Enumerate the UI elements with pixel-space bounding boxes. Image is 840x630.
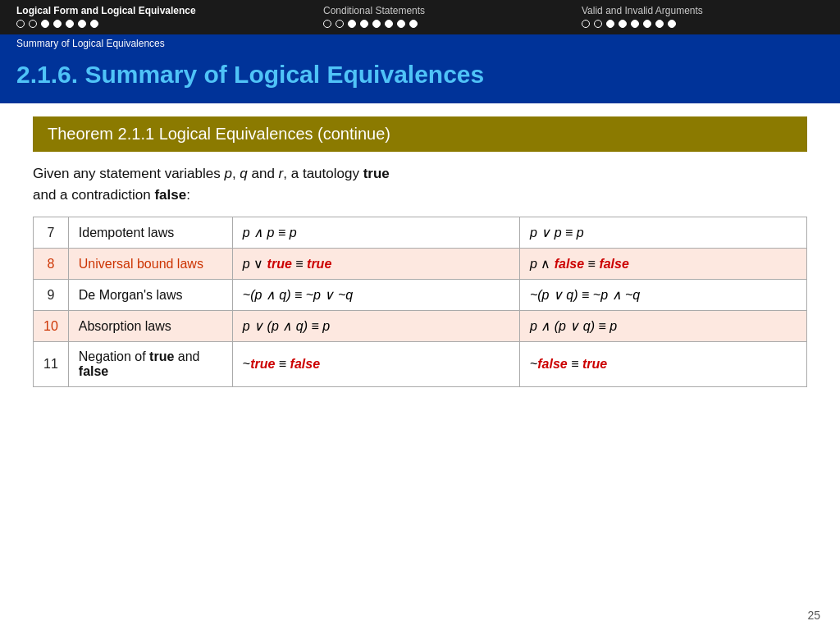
row-law-name: Universal bound laws <box>68 249 232 280</box>
equivalences-table: 7 Idempotent laws p ∧ p ≡ p p ∨ p ≡ p 8 … <box>33 217 807 387</box>
dot-v6 <box>643 20 651 28</box>
row-number: 11 <box>34 342 69 387</box>
nav-dots-valid <box>582 20 824 28</box>
nav-title-valid: Valid and Invalid Arguments <box>582 5 824 16</box>
dot-v8 <box>668 20 676 28</box>
dot-c1 <box>323 20 331 28</box>
nav-section-logical-form[interactable]: Logical Form and Logical Equivalence <box>16 5 307 28</box>
row-number: 8 <box>34 249 69 280</box>
row-law-name: Negation of true and false <box>68 342 232 387</box>
row-formula-1: p ∧ p ≡ p <box>232 217 519 249</box>
dot-c3 <box>348 20 356 28</box>
row-formula-2: ~false ≡ true <box>519 342 806 387</box>
breadcrumb-text: Summary of Logical Equivalences <box>16 38 165 49</box>
dot-v3 <box>606 20 614 28</box>
dot-6 <box>78 20 86 28</box>
nav-section-conditional[interactable]: Conditional Statements <box>323 5 565 28</box>
top-navigation-bar: Logical Form and Logical Equivalence Con… <box>0 0 840 34</box>
row-formula-2: p ∨ p ≡ p <box>519 217 806 249</box>
dot-c2 <box>336 20 344 28</box>
row-number: 10 <box>34 311 69 342</box>
table-row: 7 Idempotent laws p ∧ p ≡ p p ∨ p ≡ p <box>34 217 807 249</box>
table-row: 11 Negation of true and false ~true ≡ fa… <box>34 342 807 387</box>
dot-1 <box>16 20 25 28</box>
dot-2 <box>29 20 37 28</box>
row-formula-1: ~(p ∧ q) ≡ ~p ∨ ~q <box>232 280 519 311</box>
dot-v5 <box>631 20 639 28</box>
nav-section-valid[interactable]: Valid and Invalid Arguments <box>582 5 824 28</box>
row-number: 7 <box>34 217 69 249</box>
dot-c4 <box>360 20 368 28</box>
table-row: 8 Universal bound laws p ∨ true ≡ true p… <box>34 249 807 280</box>
content-area: Theorem 2.1.1 Logical Equivalences (cont… <box>0 103 840 395</box>
dot-7 <box>90 20 98 28</box>
row-formula-2: p ∧ (p ∨ q) ≡ p <box>519 311 806 342</box>
dot-v7 <box>655 20 664 28</box>
nav-title-conditional: Conditional Statements <box>323 5 565 16</box>
title-area: 2.1.6. Summary of Logical Equivalences <box>0 52 840 103</box>
row-formula-2: p ∧ false ≡ false <box>519 249 806 280</box>
theorem-box: Theorem 2.1.1 Logical Equivalences (cont… <box>33 116 807 152</box>
row-formula-1: p ∨ true ≡ true <box>232 249 519 280</box>
dot-c8 <box>409 20 418 28</box>
dot-5 <box>66 20 74 28</box>
dot-v2 <box>594 20 602 28</box>
dot-c6 <box>385 20 393 28</box>
slide-title: 2.1.6. Summary of Logical Equivalences <box>16 61 824 89</box>
row-law-name: Absorption laws <box>68 311 232 342</box>
dot-v4 <box>619 20 627 28</box>
table-row: 9 De Morgan's laws ~(p ∧ q) ≡ ~p ∨ ~q ~(… <box>34 280 807 311</box>
row-formula-2: ~(p ∨ q) ≡ ~p ∧ ~q <box>519 280 806 311</box>
nav-dots-conditional <box>323 20 565 28</box>
row-formula-1: p ∨ (p ∧ q) ≡ p <box>232 311 519 342</box>
intro-text: Given any statement variables p, q and r… <box>33 163 807 205</box>
page-number: 25 <box>807 609 820 622</box>
table-row: 10 Absorption laws p ∨ (p ∧ q) ≡ p p ∧ (… <box>34 311 807 342</box>
breadcrumb: Summary of Logical Equivalences <box>0 34 840 52</box>
dot-v1 <box>582 20 590 28</box>
row-formula-1: ~true ≡ false <box>232 342 519 387</box>
dot-3 <box>41 20 49 28</box>
dot-4 <box>53 20 62 28</box>
nav-title-logical-form: Logical Form and Logical Equivalence <box>16 5 307 16</box>
row-number: 9 <box>34 280 69 311</box>
theorem-title: Theorem 2.1.1 Logical Equivalences (cont… <box>48 125 390 143</box>
row-law-name: De Morgan's laws <box>68 280 232 311</box>
dot-c5 <box>372 20 381 28</box>
row-law-name: Idempotent laws <box>68 217 232 249</box>
dot-c7 <box>397 20 405 28</box>
nav-dots-logical-form <box>16 20 307 28</box>
